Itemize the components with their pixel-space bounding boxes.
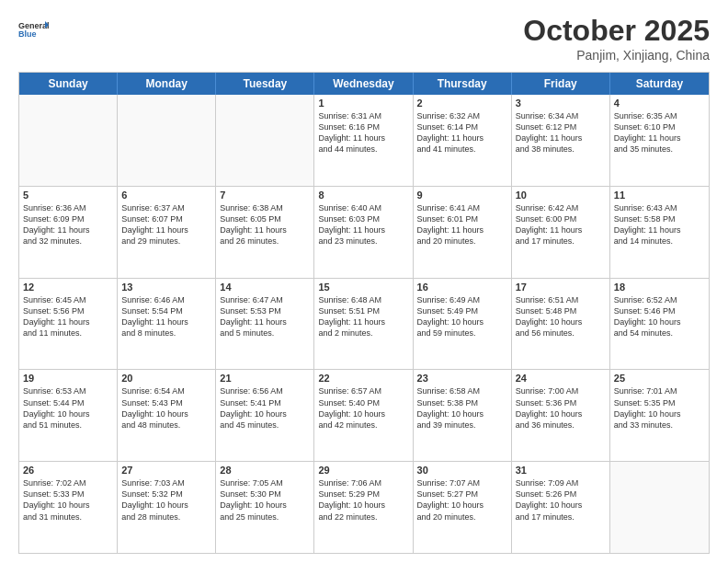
cell-content: Sunrise: 6:41 AM Sunset: 6:01 PM Dayligh… bbox=[417, 202, 507, 247]
day-number: 14 bbox=[220, 282, 310, 293]
day-number: 30 bbox=[417, 465, 507, 476]
day-number: 18 bbox=[614, 282, 705, 293]
cell-content: Sunrise: 6:48 AM Sunset: 5:51 PM Dayligh… bbox=[318, 294, 408, 339]
cell-content: Sunrise: 6:34 AM Sunset: 6:12 PM Dayligh… bbox=[516, 110, 606, 155]
calendar-cell-empty-0-1 bbox=[118, 95, 216, 186]
day-number: 10 bbox=[516, 190, 606, 201]
day-number: 2 bbox=[417, 98, 507, 109]
day-number: 11 bbox=[614, 190, 705, 201]
cell-content: Sunrise: 6:31 AM Sunset: 6:16 PM Dayligh… bbox=[318, 110, 408, 155]
title-block: October 2025 Panjim, Xinjiang, China bbox=[523, 14, 710, 63]
cell-content: Sunrise: 7:05 AM Sunset: 5:30 PM Dayligh… bbox=[220, 477, 310, 523]
header-day-wednesday: Wednesday bbox=[314, 73, 413, 95]
cell-content: Sunrise: 6:36 AM Sunset: 6:09 PM Dayligh… bbox=[23, 202, 113, 247]
calendar: SundayMondayTuesdayWednesdayThursdayFrid… bbox=[18, 72, 710, 554]
cell-content: Sunrise: 6:35 AM Sunset: 6:10 PM Dayligh… bbox=[614, 110, 705, 155]
calendar-cell-24: 24Sunrise: 7:00 AM Sunset: 5:36 PM Dayli… bbox=[512, 370, 610, 461]
calendar-cell-29: 29Sunrise: 7:06 AM Sunset: 5:29 PM Dayli… bbox=[314, 462, 413, 553]
cell-content: Sunrise: 7:02 AM Sunset: 5:33 PM Dayligh… bbox=[23, 477, 113, 523]
calendar-cell-19: 19Sunrise: 6:53 AM Sunset: 5:44 PM Dayli… bbox=[19, 370, 118, 461]
day-number: 13 bbox=[121, 282, 211, 293]
day-number: 27 bbox=[121, 465, 211, 476]
calendar-cell-empty-0-2 bbox=[216, 95, 314, 186]
calendar-cell-26: 26Sunrise: 7:02 AM Sunset: 5:33 PM Dayli… bbox=[19, 462, 118, 553]
calendar-week-3: 12Sunrise: 6:45 AM Sunset: 5:56 PM Dayli… bbox=[19, 278, 709, 370]
day-number: 29 bbox=[318, 465, 408, 476]
header-day-tuesday: Tuesday bbox=[216, 73, 314, 95]
cell-content: Sunrise: 7:09 AM Sunset: 5:26 PM Dayligh… bbox=[516, 477, 606, 523]
day-number: 12 bbox=[23, 282, 113, 293]
day-number: 15 bbox=[318, 282, 408, 293]
day-number: 22 bbox=[318, 373, 408, 384]
day-number: 26 bbox=[23, 465, 113, 476]
day-number: 23 bbox=[417, 373, 507, 384]
calendar-cell-18: 18Sunrise: 6:52 AM Sunset: 5:46 PM Dayli… bbox=[610, 279, 709, 370]
day-number: 1 bbox=[318, 98, 408, 109]
calendar-cell-31: 31Sunrise: 7:09 AM Sunset: 5:26 PM Dayli… bbox=[512, 462, 610, 553]
calendar-week-1: 1Sunrise: 6:31 AM Sunset: 6:16 PM Daylig… bbox=[19, 95, 709, 186]
header-day-thursday: Thursday bbox=[414, 73, 512, 95]
calendar-cell-empty-0-0 bbox=[19, 95, 118, 186]
calendar-cell-13: 13Sunrise: 6:46 AM Sunset: 5:54 PM Dayli… bbox=[118, 279, 216, 370]
calendar-cell-20: 20Sunrise: 6:54 AM Sunset: 5:43 PM Dayli… bbox=[118, 370, 216, 461]
day-number: 3 bbox=[516, 98, 606, 109]
calendar-week-4: 19Sunrise: 6:53 AM Sunset: 5:44 PM Dayli… bbox=[19, 369, 709, 461]
day-number: 9 bbox=[417, 190, 507, 201]
day-number: 19 bbox=[23, 373, 113, 384]
calendar-cell-28: 28Sunrise: 7:05 AM Sunset: 5:30 PM Dayli… bbox=[216, 462, 314, 553]
calendar-cell-8: 8Sunrise: 6:40 AM Sunset: 6:03 PM Daylig… bbox=[314, 187, 413, 278]
calendar-cell-5: 5Sunrise: 6:36 AM Sunset: 6:09 PM Daylig… bbox=[19, 187, 118, 278]
header-day-monday: Monday bbox=[118, 73, 216, 95]
header-day-saturday: Saturday bbox=[610, 73, 709, 95]
cell-content: Sunrise: 6:58 AM Sunset: 5:38 PM Dayligh… bbox=[417, 385, 507, 431]
calendar-cell-25: 25Sunrise: 7:01 AM Sunset: 5:35 PM Dayli… bbox=[610, 370, 709, 461]
calendar-cell-16: 16Sunrise: 6:49 AM Sunset: 5:49 PM Dayli… bbox=[414, 279, 512, 370]
cell-content: Sunrise: 6:46 AM Sunset: 5:54 PM Dayligh… bbox=[121, 294, 211, 339]
calendar-cell-21: 21Sunrise: 6:56 AM Sunset: 5:41 PM Dayli… bbox=[216, 370, 314, 461]
calendar-cell-9: 9Sunrise: 6:41 AM Sunset: 6:01 PM Daylig… bbox=[414, 187, 512, 278]
calendar-cell-23: 23Sunrise: 6:58 AM Sunset: 5:38 PM Dayli… bbox=[414, 370, 512, 461]
cell-content: Sunrise: 6:38 AM Sunset: 6:05 PM Dayligh… bbox=[220, 202, 310, 247]
calendar-cell-empty-4-6 bbox=[610, 462, 709, 553]
cell-content: Sunrise: 6:53 AM Sunset: 5:44 PM Dayligh… bbox=[23, 385, 113, 431]
cell-content: Sunrise: 6:37 AM Sunset: 6:07 PM Dayligh… bbox=[121, 202, 211, 247]
cell-content: Sunrise: 6:43 AM Sunset: 5:58 PM Dayligh… bbox=[614, 202, 705, 247]
day-number: 20 bbox=[121, 373, 211, 384]
cell-content: Sunrise: 6:42 AM Sunset: 6:00 PM Dayligh… bbox=[516, 202, 606, 247]
svg-text:Blue: Blue bbox=[18, 29, 37, 39]
page-header: General Blue October 2025 Panjim, Xinjia… bbox=[18, 14, 710, 63]
calendar-cell-22: 22Sunrise: 6:57 AM Sunset: 5:40 PM Dayli… bbox=[314, 370, 413, 461]
calendar-cell-17: 17Sunrise: 6:51 AM Sunset: 5:48 PM Dayli… bbox=[512, 279, 610, 370]
calendar-page: General Blue October 2025 Panjim, Xinjia… bbox=[0, 0, 728, 563]
cell-content: Sunrise: 6:45 AM Sunset: 5:56 PM Dayligh… bbox=[23, 294, 113, 339]
cell-content: Sunrise: 6:57 AM Sunset: 5:40 PM Dayligh… bbox=[318, 385, 408, 431]
cell-content: Sunrise: 6:52 AM Sunset: 5:46 PM Dayligh… bbox=[614, 294, 705, 339]
day-number: 31 bbox=[516, 465, 606, 476]
day-number: 17 bbox=[516, 282, 606, 293]
day-number: 21 bbox=[220, 373, 310, 384]
cell-content: Sunrise: 6:51 AM Sunset: 5:48 PM Dayligh… bbox=[516, 294, 606, 339]
cell-content: Sunrise: 7:03 AM Sunset: 5:32 PM Dayligh… bbox=[121, 477, 211, 523]
cell-content: Sunrise: 7:07 AM Sunset: 5:27 PM Dayligh… bbox=[417, 477, 507, 523]
calendar-cell-14: 14Sunrise: 6:47 AM Sunset: 5:53 PM Dayli… bbox=[216, 279, 314, 370]
calendar-cell-1: 1Sunrise: 6:31 AM Sunset: 6:16 PM Daylig… bbox=[314, 95, 413, 186]
calendar-cell-4: 4Sunrise: 6:35 AM Sunset: 6:10 PM Daylig… bbox=[610, 95, 709, 186]
month-title: October 2025 bbox=[523, 14, 710, 48]
cell-content: Sunrise: 6:54 AM Sunset: 5:43 PM Dayligh… bbox=[121, 385, 211, 431]
logo-svg: General Blue bbox=[18, 14, 50, 45]
day-number: 25 bbox=[614, 373, 705, 384]
calendar-cell-12: 12Sunrise: 6:45 AM Sunset: 5:56 PM Dayli… bbox=[19, 279, 118, 370]
calendar-cell-10: 10Sunrise: 6:42 AM Sunset: 6:00 PM Dayli… bbox=[512, 187, 610, 278]
day-number: 7 bbox=[220, 190, 310, 201]
cell-content: Sunrise: 7:01 AM Sunset: 5:35 PM Dayligh… bbox=[614, 385, 705, 431]
cell-content: Sunrise: 6:40 AM Sunset: 6:03 PM Dayligh… bbox=[318, 202, 408, 247]
day-number: 4 bbox=[614, 98, 705, 109]
calendar-cell-7: 7Sunrise: 6:38 AM Sunset: 6:05 PM Daylig… bbox=[216, 187, 314, 278]
calendar-cell-27: 27Sunrise: 7:03 AM Sunset: 5:32 PM Dayli… bbox=[118, 462, 216, 553]
calendar-header: SundayMondayTuesdayWednesdayThursdayFrid… bbox=[19, 73, 709, 95]
cell-content: Sunrise: 6:49 AM Sunset: 5:49 PM Dayligh… bbox=[417, 294, 507, 339]
calendar-cell-6: 6Sunrise: 6:37 AM Sunset: 6:07 PM Daylig… bbox=[118, 187, 216, 278]
calendar-cell-11: 11Sunrise: 6:43 AM Sunset: 5:58 PM Dayli… bbox=[610, 187, 709, 278]
calendar-week-2: 5Sunrise: 6:36 AM Sunset: 6:09 PM Daylig… bbox=[19, 186, 709, 278]
day-number: 5 bbox=[23, 190, 113, 201]
